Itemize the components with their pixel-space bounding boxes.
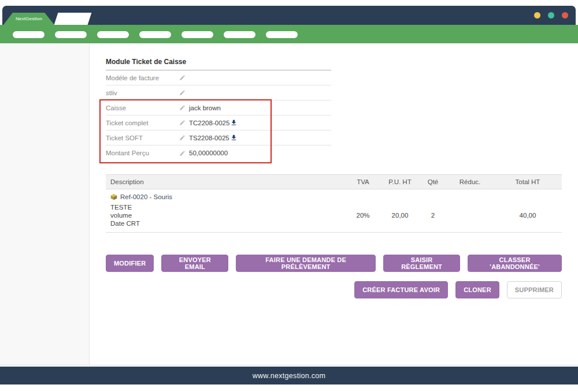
ghost-tab[interactable] (54, 13, 92, 25)
description-line: Date CRT (110, 219, 346, 227)
field-label: Ticket complet (106, 120, 179, 126)
maximize-dot-icon[interactable] (548, 12, 554, 18)
form-row-modele-facture: Modéle de facture (106, 70, 331, 85)
field-value: 50,00000000 (189, 150, 228, 156)
main-navbar (0, 25, 578, 43)
nav-item-placeholder[interactable] (266, 31, 298, 38)
field-value: TC2208-0025 (189, 120, 229, 126)
col-tva: TVA (346, 178, 380, 185)
field-label: Modéle de facture (106, 74, 179, 81)
app-window: NextGestion Modu (0, 0, 578, 392)
edit-pencil-icon[interactable] (179, 89, 186, 96)
footer-url-link[interactable]: www.nextgestion.com (253, 372, 326, 380)
form-row-ticket-complet: Ticket complet TC2208-0025 (106, 115, 331, 130)
brand-tab[interactable]: NextGestion (3, 13, 54, 25)
field-label: stliv (106, 89, 179, 96)
action-row-2: CRÉER FACTURE AVOIR CLONER SUPPRIMER (106, 281, 562, 298)
cloner-button[interactable]: CLONER (455, 281, 499, 298)
form-row-ticket-soft: Ticket SOFT TS2208-0025 (106, 130, 331, 145)
saisir-reglement-button[interactable]: SAISIR RÈGLEMENT (383, 255, 460, 272)
field-label: Ticket SOFT (106, 135, 179, 141)
close-dot-icon[interactable] (562, 12, 568, 18)
line-total-ht: 40,00 (494, 212, 562, 219)
nav-item-placeholder[interactable] (139, 31, 171, 38)
nav-menu-placeholders (0, 25, 578, 38)
field-label: Montant Perçu (106, 150, 179, 156)
col-qte: Qté (420, 178, 446, 185)
nav-item-placeholder[interactable] (181, 31, 213, 38)
nav-item-placeholder[interactable] (224, 31, 255, 38)
minimize-dot-icon[interactable] (534, 12, 540, 18)
classer-abandonnee-button[interactable]: CLASSER 'ABANDONNÉE' (468, 255, 562, 272)
modifier-button[interactable]: MODIFIER (106, 255, 154, 272)
form-row-montant-percu: Montant Perçu 50,00000000 (106, 145, 331, 160)
col-total-ht: Total HT (494, 178, 562, 185)
line-qte: 2 (420, 212, 446, 219)
edit-pencil-icon[interactable] (179, 150, 186, 156)
col-description: Description (106, 178, 346, 185)
envoyer-email-button[interactable]: ENVOYER EMAIL (161, 255, 228, 272)
demande-prelevement-button[interactable]: FAIRE UNE DEMANDE DE PRÉLÈVEMENT (236, 255, 376, 272)
line-tva: 20% (346, 212, 380, 219)
product-ref-row: Ref-0020 - Souris (106, 189, 562, 202)
creer-facture-avoir-button[interactable]: CRÉER FACTURE AVOIR (354, 281, 448, 298)
action-buttons: MODIFIER ENVOYER EMAIL FAIRE UNE DEMANDE… (106, 255, 562, 298)
window-controls (534, 12, 568, 18)
form-row-caisse: Caisse jack brown (106, 100, 331, 115)
field-value: jack brown (189, 104, 221, 111)
nav-item-placeholder[interactable] (55, 31, 87, 38)
col-reduc: Réduc. (446, 178, 494, 185)
supprimer-button[interactable]: SUPPRIMER (507, 281, 562, 298)
download-icon[interactable] (230, 119, 238, 126)
lines-table: Description TVA P.U. HT Qté Réduc. Total… (106, 174, 562, 233)
product-ref-link[interactable]: Ref-0020 - Souris (120, 193, 172, 200)
product-ref-cell: Ref-0020 - Souris (106, 193, 562, 200)
line-description-cell: TESTE volume Date CRT (106, 203, 346, 227)
main-panel: Module Ticket de Caisse Modéle de factur… (90, 43, 578, 365)
nav-item-placeholder[interactable] (97, 31, 129, 38)
description-line: TESTE (110, 203, 346, 211)
edit-pencil-icon[interactable] (179, 74, 186, 81)
description-line: volume (110, 211, 346, 219)
action-row-1: MODIFIER ENVOYER EMAIL FAIRE UNE DEMANDE… (106, 255, 562, 272)
form-row-stliv: stliv (106, 85, 331, 100)
footer-bar: www.nextgestion.com (0, 367, 578, 384)
nav-item-placeholder[interactable] (13, 31, 45, 38)
download-icon[interactable] (230, 134, 238, 141)
field-label: Caisse (106, 104, 179, 111)
left-sidebar (0, 43, 90, 365)
browser-chrome: NextGestion (0, 0, 578, 43)
module-title: Module Ticket de Caisse (106, 55, 331, 70)
highlighted-rows-group: Caisse jack brown Ticket complet TC2208-… (106, 100, 331, 160)
product-cube-icon (110, 193, 117, 200)
line-pu-ht: 20,00 (380, 212, 420, 219)
page-content: Module Ticket de Caisse Modéle de factur… (0, 43, 578, 365)
lines-table-header: Description TVA P.U. HT Qté Réduc. Total… (106, 174, 562, 189)
edit-pencil-icon[interactable] (179, 104, 186, 111)
edit-pencil-icon[interactable] (179, 135, 186, 141)
field-value: TS2208-0025 (189, 135, 229, 141)
browser-titlebar: NextGestion (2, 6, 576, 25)
col-pu-ht: P.U. HT (380, 178, 420, 185)
edit-pencil-icon[interactable] (179, 120, 186, 126)
module-form: Module Ticket de Caisse Modéle de factur… (106, 55, 331, 160)
line-row: TESTE volume Date CRT 20% 20,00 2 40,00 (106, 202, 562, 233)
